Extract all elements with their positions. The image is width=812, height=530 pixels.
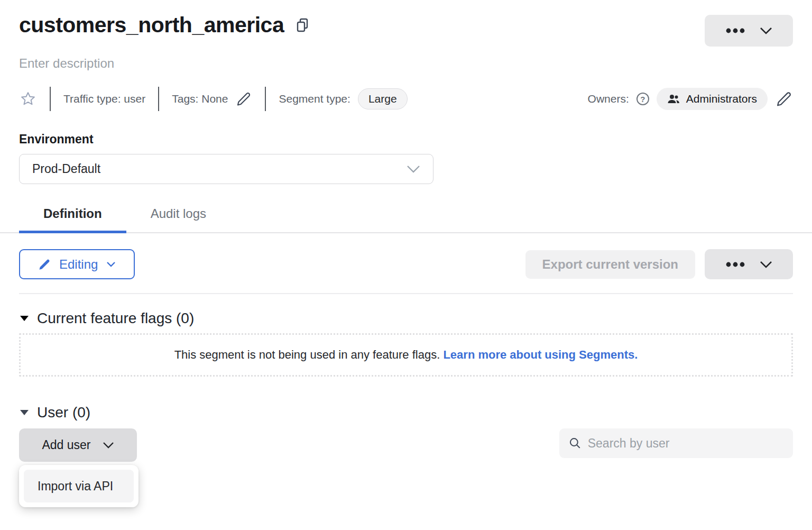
add-user-button[interactable]: Add user: [19, 428, 137, 462]
header-more-button[interactable]: [705, 15, 793, 47]
user-search[interactable]: [559, 428, 793, 458]
owners-badge[interactable]: Administrators: [657, 88, 768, 110]
chevron-down-icon: [106, 261, 116, 267]
help-icon[interactable]: ?: [636, 93, 649, 105]
feature-flags-section-header: Current feature flags (0): [19, 310, 793, 327]
favorite-star-icon[interactable]: [19, 90, 37, 108]
copy-icon[interactable]: [294, 16, 310, 34]
segment-type-label: Segment type:: [279, 93, 350, 105]
tags-label: Tags: None: [172, 93, 228, 105]
tab-definition[interactable]: Definition: [19, 201, 126, 233]
toolbar-right: Export current version: [525, 249, 793, 279]
editing-button[interactable]: Editing: [19, 249, 135, 279]
edit-owners-icon[interactable]: [775, 90, 793, 108]
tab-bar: Definition Audit logs: [0, 201, 812, 233]
search-input[interactable]: [588, 436, 783, 451]
export-button[interactable]: Export current version: [525, 250, 695, 279]
segment-detail-page: customers_north_america Enter descriptio…: [0, 0, 812, 530]
empty-state-message: This segment is not being used in any fe…: [174, 348, 440, 361]
divider: [265, 87, 266, 111]
segment-type-badge: Large: [358, 88, 408, 109]
edit-tags-icon[interactable]: [235, 90, 252, 107]
user-row: Add user Import via API: [19, 428, 793, 462]
caret-down-icon[interactable]: [19, 314, 30, 323]
page-title: customers_north_america: [19, 13, 284, 38]
chevron-down-icon: [407, 165, 420, 173]
menu-item-import-via-api[interactable]: Import via API: [24, 470, 134, 502]
divider: [158, 87, 159, 111]
add-user-label: Add user: [42, 438, 90, 452]
owners-value: Administrators: [686, 93, 757, 105]
section-title-user: User (0): [37, 404, 90, 421]
section-title-feature-flags: Current feature flags (0): [37, 310, 194, 327]
more-actions-button[interactable]: [705, 249, 793, 279]
description-field[interactable]: Enter description: [19, 56, 793, 71]
tab-audit-logs[interactable]: Audit logs: [126, 201, 230, 233]
learn-more-link[interactable]: Learn more about using Segments.: [443, 348, 638, 361]
search-icon: [569, 436, 582, 450]
environment-select[interactable]: Prod-Default: [19, 154, 433, 184]
header: customers_north_america: [19, 13, 793, 47]
ellipsis-icon: [726, 28, 745, 33]
editing-label: Editing: [59, 257, 98, 272]
people-icon: [667, 94, 680, 104]
owners-label: Owners:: [588, 93, 629, 105]
pencil-icon: [38, 258, 51, 271]
empty-state-box: This segment is not being used in any fe…: [19, 333, 793, 377]
divider: [50, 87, 51, 111]
tags-group: Tags: None: [172, 90, 252, 107]
owners-group: Owners: ? Administrators: [588, 88, 793, 110]
caret-down-icon[interactable]: [19, 408, 30, 417]
user-section-header: User (0): [19, 404, 793, 421]
toolbar: Editing Export current version: [19, 249, 793, 279]
divider: [19, 293, 793, 294]
meta-left: Traffic type: user Tags: None Segment ty…: [19, 87, 408, 111]
meta-row: Traffic type: user Tags: None Segment ty…: [19, 87, 793, 111]
environment-selected-value: Prod-Default: [32, 162, 100, 176]
traffic-type-label: Traffic type: user: [63, 93, 145, 105]
segment-type-group: Segment type: Large: [279, 88, 407, 109]
chevron-down-icon: [760, 27, 772, 34]
chevron-down-icon: [760, 261, 772, 268]
title-wrap: customers_north_america: [19, 13, 310, 38]
add-user-menu: Import via API: [19, 465, 139, 507]
add-user-column: Add user Import via API: [19, 428, 137, 462]
chevron-down-icon: [103, 442, 114, 449]
empty-state-text: This segment is not being used in any fe…: [174, 348, 638, 362]
ellipsis-icon: [726, 262, 745, 267]
environment-label: Environment: [19, 132, 793, 147]
environment-section: Environment Prod-Default: [19, 132, 793, 184]
